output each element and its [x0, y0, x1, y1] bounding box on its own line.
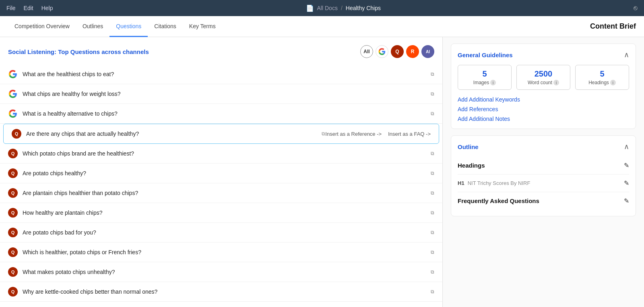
content-brief-title: Content Brief — [590, 22, 636, 31]
quora-icon: Q — [12, 129, 21, 139]
word-count-metric: 2500 Word count i — [516, 65, 570, 90]
breadcrumb-sep: / — [341, 5, 343, 11]
faq-label: Frequently Asked Questions — [458, 197, 539, 204]
add-references-link[interactable]: Add References — [458, 106, 629, 112]
external-link-icon[interactable]: ⧉ — [431, 190, 434, 196]
edit-menu[interactable]: Edit — [24, 5, 33, 11]
question-item[interactable]: Q Are potato chips bad for you? ⧉ — [0, 223, 442, 243]
word-count-value: 2500 — [520, 69, 567, 79]
question-text: Which potato chips brand are the healthi… — [23, 150, 429, 157]
external-link-icon[interactable]: ⧉ — [431, 151, 434, 156]
question-text: Which is healthier, potato chips or Fren… — [23, 249, 429, 255]
question-list: What are the healthiest chips to eat? ⧉ … — [0, 64, 442, 302]
question-text: Are there any chips that are actually he… — [26, 131, 320, 137]
outline-header: Outline ∧ — [458, 142, 629, 151]
images-metric: 5 Images i — [458, 65, 512, 90]
guidelines-header: General Guidelines ∧ — [458, 50, 629, 59]
images-value: 5 — [461, 69, 508, 79]
add-notes-link[interactable]: Add Additional Notes — [458, 116, 629, 122]
tab-citations[interactable]: Citations — [148, 16, 182, 37]
google-icon — [8, 69, 18, 79]
external-link-icon[interactable]: ⧉ — [431, 111, 434, 116]
question-text: Are potato chips healthy? — [23, 170, 429, 176]
tab-key-terms[interactable]: Key Terms — [183, 16, 222, 37]
insert-faq-link[interactable]: Insert as a FAQ -> — [388, 131, 431, 137]
share-icon[interactable]: ⎋ — [634, 4, 638, 12]
quora-icon: Q — [8, 247, 18, 257]
external-link-icon[interactable]: ⧉ — [431, 210, 434, 216]
question-text: What are the healthiest chips to eat? — [23, 71, 429, 77]
google-icon — [8, 89, 18, 99]
filter-quora[interactable]: Q — [391, 45, 404, 58]
section-header: Social Listening: Top Questions across c… — [0, 45, 442, 64]
question-item[interactable]: Q Which is healthier, potato chips or Fr… — [0, 243, 442, 262]
question-item[interactable]: What is a healthy alternative to chips? … — [0, 104, 442, 124]
right-panel: General Guidelines ∧ 5 Images i 2500 Wor… — [443, 37, 644, 307]
question-actions: Insert as a Reference -> Insert as a FAQ… — [325, 131, 431, 137]
outline-faq-item: Frequently Asked Questions ✎ — [458, 192, 629, 210]
quora-icon: Q — [8, 168, 18, 178]
tab-questions[interactable]: Questions — [109, 16, 148, 37]
document-icon: 📄 — [306, 4, 314, 12]
menu-bar: File Edit Help 📄 All Docs / Healthy Chip… — [0, 0, 644, 16]
outline-title: Outline — [458, 143, 479, 150]
add-keywords-link[interactable]: Add Additional Keywords — [458, 96, 629, 103]
file-menu[interactable]: File — [6, 5, 16, 11]
external-link-icon[interactable]: ⧉ — [431, 230, 434, 235]
external-link-icon[interactable]: ⧉ — [431, 289, 434, 295]
external-link-icon[interactable]: ⧉ — [322, 131, 325, 137]
nav-tabs: Competition Overview Outlines Questions … — [0, 16, 644, 37]
question-item[interactable]: Q Which potato chips brand are the healt… — [0, 144, 442, 164]
h1-edit-icon[interactable]: ✎ — [624, 179, 629, 187]
quora-icon: Q — [8, 267, 18, 277]
headings-value: 5 — [579, 69, 625, 79]
external-link-icon[interactable]: ⧉ — [431, 269, 434, 275]
question-text: What chips are healthy for weight loss? — [23, 91, 429, 97]
outline-headings-label: Headings — [458, 162, 485, 169]
headings-label: Headings i — [579, 80, 625, 85]
filter-reddit[interactable]: R — [406, 45, 419, 58]
guidelines-links: Add Additional Keywords Add References A… — [458, 96, 629, 122]
guidelines-collapse-btn[interactable]: ∧ — [624, 50, 629, 59]
question-text: What makes potato chips unhealthy? — [23, 269, 429, 275]
filter-ai[interactable]: AI — [421, 45, 434, 58]
question-item[interactable]: What chips are healthy for weight loss? … — [0, 84, 442, 104]
guidelines-metrics: 5 Images i 2500 Word count i 5 — [458, 65, 629, 90]
guidelines-section: General Guidelines ∧ 5 Images i 2500 Wor… — [451, 44, 636, 129]
question-item[interactable]: Q Are potato chips healthy? ⧉ — [0, 164, 442, 183]
quora-icon: Q — [8, 149, 18, 158]
external-link-icon[interactable]: ⧉ — [431, 71, 434, 77]
outline-collapse-btn[interactable]: ∧ — [624, 142, 629, 151]
headings-info-icon[interactable]: i — [610, 80, 616, 85]
question-item[interactable]: Q Are plantain chips healthier than pota… — [0, 183, 442, 203]
insert-reference-link[interactable]: Insert as a Reference -> — [325, 131, 382, 137]
external-link-icon[interactable]: ⧉ — [431, 170, 434, 176]
outline-h1-item: H1 NIT Trichy Scores By NIRF ✎ — [458, 174, 629, 192]
headings-edit-icon[interactable]: ✎ — [624, 162, 629, 169]
word-count-info-icon[interactable]: i — [553, 80, 559, 85]
question-item[interactable]: What are the healthiest chips to eat? ⧉ — [0, 64, 442, 84]
quora-icon: Q — [8, 208, 18, 218]
breadcrumb-doc-name: Healthy Chips — [346, 5, 381, 11]
faq-edit-icon[interactable]: ✎ — [624, 197, 629, 205]
help-menu[interactable]: Help — [41, 5, 53, 11]
h1-badge: H1 — [458, 180, 464, 186]
filter-google[interactable] — [376, 45, 388, 58]
breadcrumb-all-docs[interactable]: All Docs — [317, 5, 338, 11]
question-item[interactable]: Q What makes potato chips unhealthy? ⧉ — [0, 262, 442, 282]
filter-all[interactable]: All — [360, 45, 373, 58]
question-item[interactable]: Q How healthy are plantain chips? ⧉ — [0, 203, 442, 223]
tab-competition-overview[interactable]: Competition Overview — [8, 16, 76, 37]
question-item-selected[interactable]: Q Are there any chips that are actually … — [3, 124, 439, 144]
breadcrumb: 📄 All Docs / Healthy Chips — [61, 4, 625, 12]
h1-text: NIT Trichy Scores By NIRF — [468, 180, 530, 186]
question-text: What is a healthy alternative to chips? — [23, 110, 429, 117]
question-item[interactable]: Q Why are kettle-cooked chips better tha… — [0, 282, 442, 302]
tab-outlines[interactable]: Outlines — [76, 16, 109, 37]
quora-icon: Q — [8, 188, 18, 198]
question-text: Are potato chips bad for you? — [23, 229, 429, 236]
word-count-label: Word count i — [520, 80, 567, 85]
images-info-icon[interactable]: i — [490, 80, 496, 85]
external-link-icon[interactable]: ⧉ — [431, 91, 434, 97]
external-link-icon[interactable]: ⧉ — [431, 249, 434, 255]
